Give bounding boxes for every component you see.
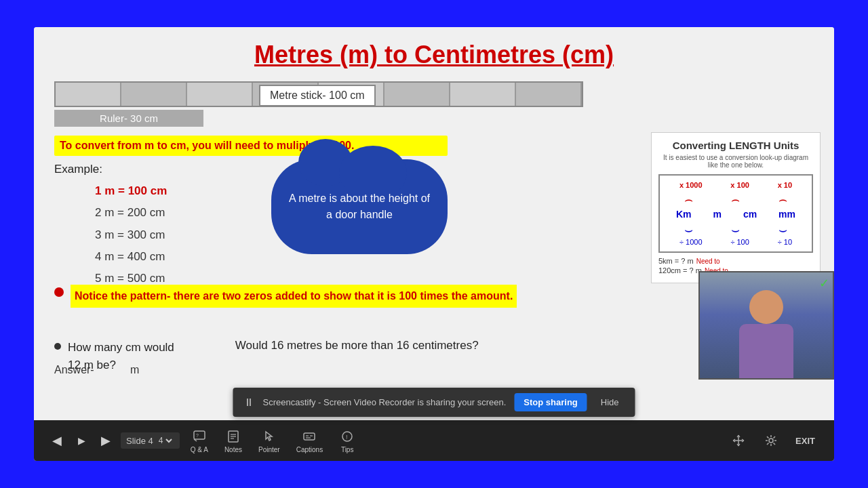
bottom-arrows: ⌣ ⌣ ⌣ xyxy=(665,222,806,238)
div-row: ÷ 1000 ÷ 100 ÷ 10 xyxy=(665,238,806,246)
nav-prev-button[interactable]: ◀ xyxy=(47,431,66,450)
stop-sharing-button[interactable]: Stop sharing xyxy=(514,393,587,411)
tips-button[interactable]: ! Tips xyxy=(334,426,361,456)
mult-label-3: x 10 xyxy=(778,181,792,189)
problem1-hint: Need to xyxy=(696,258,720,265)
answer-line: Answer- m xyxy=(54,364,139,376)
cloud-bubble: A metre is about the height of a door ha… xyxy=(271,159,454,261)
unit-cm: cm xyxy=(743,209,757,220)
unit-m: m xyxy=(713,209,721,220)
gear-icon xyxy=(763,432,779,449)
screen-share-message: Screencastify - Screen Video Recorder is… xyxy=(262,397,506,407)
diagram-top-row: x 1000 x 100 x 10 xyxy=(665,181,806,189)
notice-section: Notice the pattern- there are two zeros … xyxy=(54,285,529,308)
webcam-overlay: ✓ xyxy=(698,271,834,380)
notes-button[interactable]: Notes xyxy=(219,426,248,456)
checkmark-icon: ✓ xyxy=(819,276,829,291)
problem2-text: 120cm = ? m xyxy=(658,266,702,274)
pointer-label: Pointer xyxy=(258,446,280,453)
arrow-top-2: ⌢ xyxy=(731,192,740,207)
div-label-3: ÷ 10 xyxy=(778,238,792,246)
svg-point-13 xyxy=(769,439,773,443)
arrow-bottom-2: ⌣ xyxy=(731,222,740,238)
bullet-dot-red xyxy=(54,287,64,297)
units-row: Km m cm mm xyxy=(665,209,806,220)
exit-button[interactable]: EXIT xyxy=(790,433,821,449)
div-label-1: ÷ 1000 xyxy=(679,238,703,246)
ruler-bar: Metre stick- 100 cm xyxy=(54,81,583,107)
ruler-segment xyxy=(56,83,121,106)
ruler-segment xyxy=(187,83,253,106)
exit-label: EXIT xyxy=(795,436,815,446)
ruler-segment xyxy=(516,83,582,106)
mult-label-1: x 1000 xyxy=(679,181,703,189)
arrow-top-1: ⌢ xyxy=(684,192,693,207)
qa-button[interactable]: ? Q & A xyxy=(185,426,214,456)
screen-share-bar: ⏸ Screencastify - Screen Video Recorder … xyxy=(233,388,635,417)
pause-icon: ⏸ xyxy=(243,396,254,409)
question-right: Would 16 metres be more than 16 centimet… xyxy=(235,339,479,352)
notes-label: Notes xyxy=(224,446,242,453)
answer-label: Answer- xyxy=(54,364,94,375)
hide-button[interactable]: Hide xyxy=(595,394,625,410)
slide-title: Metres (m) to Centimetres (cm) xyxy=(54,41,814,69)
settings-button[interactable] xyxy=(757,430,785,451)
conversion-diagram: x 1000 x 100 x 10 ⌢ ⌢ ⌢ Km m cm mm xyxy=(658,174,813,253)
ruler-segment xyxy=(121,83,187,106)
notes-icon xyxy=(225,428,241,445)
qa-icon: ? xyxy=(191,428,208,445)
convert-panel: Converting LENGTH Units It is easiest to… xyxy=(651,132,821,283)
svg-text:?: ? xyxy=(196,433,199,438)
notes-svg xyxy=(226,430,240,443)
mult-label-2: x 100 xyxy=(730,181,749,189)
webcam-person: ✓ xyxy=(700,272,833,378)
q1-line1: How many cm would xyxy=(68,341,174,354)
pointer-svg xyxy=(262,430,276,443)
move-icon xyxy=(730,432,747,449)
captions-svg xyxy=(302,430,316,443)
qa-svg: ? xyxy=(193,430,206,443)
top-arrows: ⌢ ⌢ ⌢ xyxy=(665,192,806,207)
nav-next-button[interactable]: ▶ xyxy=(96,431,115,450)
ruler-section: Metre stick- 100 cm Ruler- 30 cm xyxy=(54,81,814,127)
move-button[interactable] xyxy=(725,430,752,451)
cloud-text: A metre is about the height of a door ha… xyxy=(285,190,434,223)
arrow-bottom-1: ⌣ xyxy=(684,222,693,238)
ruler-segment xyxy=(450,83,516,106)
bullet-dot-black-1 xyxy=(54,343,61,350)
svg-text:!: ! xyxy=(346,434,348,441)
notice-text: Notice the pattern- there are two zeros … xyxy=(71,285,517,308)
slide-dropdown[interactable]: 4 xyxy=(156,435,174,446)
tips-icon: ! xyxy=(339,428,355,445)
slide-area: Metres (m) to Centimetres (cm) Metre sti… xyxy=(34,27,834,420)
move-svg xyxy=(732,434,745,447)
arrow-top-3: ⌢ xyxy=(778,192,787,207)
ruler-segment xyxy=(384,83,450,106)
slide-info: Slide 4 4 xyxy=(121,432,180,449)
gear-svg xyxy=(764,434,778,447)
captions-button[interactable]: Captions xyxy=(291,426,328,456)
problem-row-1: 5km = ? m Need to xyxy=(658,257,813,265)
div-label-2: ÷ 100 xyxy=(730,238,749,246)
qa-label: Q & A xyxy=(191,446,208,453)
pointer-button[interactable]: Pointer xyxy=(253,426,285,456)
nav-play-button[interactable]: ▶ xyxy=(72,431,91,450)
metre-stick: Metre stick- 100 cm xyxy=(54,81,814,107)
outer-frame: Metres (m) to Centimetres (cm) Metre sti… xyxy=(34,27,834,461)
metre-stick-label: Metre stick- 100 cm xyxy=(259,85,376,106)
tips-svg: ! xyxy=(340,430,354,443)
person-silhouette xyxy=(739,290,793,378)
problem1-text: 5km = ? m xyxy=(658,257,694,265)
answer-unit: m xyxy=(130,364,139,375)
ruler-label: Ruler- 30 cm xyxy=(54,110,203,127)
svg-rect-7 xyxy=(304,433,315,440)
slide-label: Slide 4 xyxy=(126,436,153,446)
unit-mm: mm xyxy=(778,209,795,220)
captions-icon xyxy=(301,428,317,445)
right-panel: Converting LENGTH Units It is easiest to… xyxy=(651,132,821,283)
convert-panel-subtitle: It is easiest to use a conversion look-u… xyxy=(658,154,813,169)
tips-label: Tips xyxy=(341,446,354,453)
pointer-icon xyxy=(261,428,277,445)
person-body xyxy=(739,324,793,378)
arrow-bottom-3: ⌣ xyxy=(778,222,787,238)
